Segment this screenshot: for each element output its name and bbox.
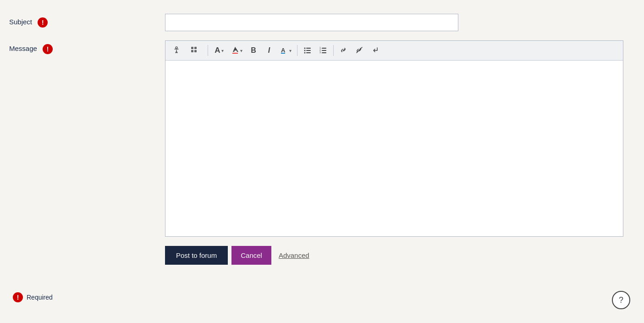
svg-point-10: [304, 50, 306, 51]
color-button[interactable]: ▾: [228, 44, 245, 57]
bullet-list-button[interactable]: [300, 44, 315, 57]
editor-toolbar: A ▾ ▾ B I: [165, 41, 623, 61]
subject-label: Subject !: [9, 14, 165, 28]
numbered-list-icon: 1. 2. 3.: [319, 46, 327, 56]
editor-wrapper: A ▾ ▾ B I: [165, 40, 623, 237]
svg-rect-2: [194, 47, 197, 49]
svg-rect-4: [194, 50, 197, 52]
numbered-list-button[interactable]: 1. 2. 3.: [316, 44, 330, 57]
cancel-button[interactable]: Cancel: [231, 246, 271, 265]
svg-rect-7: [281, 53, 285, 54]
post-to-forum-button[interactable]: Post to forum: [165, 246, 228, 265]
color-icon: [231, 46, 239, 56]
svg-rect-1: [191, 47, 193, 49]
highlight-arrow: ▾: [289, 48, 292, 53]
svg-rect-5: [232, 53, 238, 54]
svg-point-0: [176, 47, 177, 49]
bold-icon: B: [251, 46, 256, 55]
svg-rect-11: [306, 50, 311, 51]
grid-icon: [190, 46, 199, 56]
special-char-icon: [371, 46, 379, 56]
message-label: Message !: [9, 40, 165, 54]
unlink-button[interactable]: [352, 44, 367, 57]
svg-rect-9: [306, 48, 311, 49]
svg-point-12: [304, 52, 306, 53]
svg-rect-19: [322, 52, 326, 53]
subject-input[interactable]: [165, 14, 458, 31]
required-text: Required: [27, 294, 53, 301]
separator-2: [297, 45, 297, 56]
highlight-icon: A: [280, 46, 288, 56]
bold-button[interactable]: B: [246, 44, 261, 57]
message-row: Message !: [9, 40, 635, 237]
svg-rect-17: [322, 50, 326, 51]
grid-button[interactable]: [185, 44, 205, 57]
svg-rect-13: [306, 52, 311, 53]
svg-rect-15: [322, 48, 326, 49]
accessibility-button[interactable]: [169, 44, 184, 57]
font-size-icon: A: [215, 46, 220, 55]
link-icon: [340, 46, 348, 56]
italic-button[interactable]: I: [262, 44, 276, 57]
subject-label-text: Subject: [9, 18, 32, 26]
subject-required-icon: !: [38, 17, 48, 28]
font-size-arrow: ▾: [221, 48, 224, 53]
svg-text:3.: 3.: [319, 51, 321, 54]
required-footer: ! Required: [0, 292, 644, 302]
message-editor[interactable]: [165, 61, 623, 235]
advanced-button[interactable]: Advanced: [275, 246, 313, 265]
actions-row: Post to forum Cancel Advanced: [165, 246, 635, 265]
subject-row: Subject !: [9, 14, 635, 31]
unlink-icon: [355, 46, 363, 56]
accessibility-icon: [172, 46, 181, 56]
help-icon: ?: [619, 295, 623, 305]
separator-3: [333, 45, 334, 56]
footer-required-icon: !: [13, 292, 23, 302]
svg-text:A: A: [281, 47, 286, 54]
svg-rect-3: [191, 50, 193, 52]
message-required-icon: !: [43, 44, 53, 54]
bullet-list-icon: [303, 46, 312, 56]
italic-icon: I: [268, 46, 270, 55]
color-arrow: ▾: [240, 48, 242, 53]
font-size-button[interactable]: A ▾: [211, 44, 227, 57]
special-char-button[interactable]: [368, 44, 382, 57]
help-button[interactable]: ?: [612, 291, 630, 309]
separator-1: [208, 45, 208, 56]
link-button[interactable]: [336, 44, 351, 57]
highlight-button[interactable]: A ▾: [277, 44, 294, 57]
message-label-text: Message: [9, 45, 37, 52]
svg-point-8: [304, 47, 306, 49]
form-container: Subject ! Message !: [0, 0, 644, 278]
